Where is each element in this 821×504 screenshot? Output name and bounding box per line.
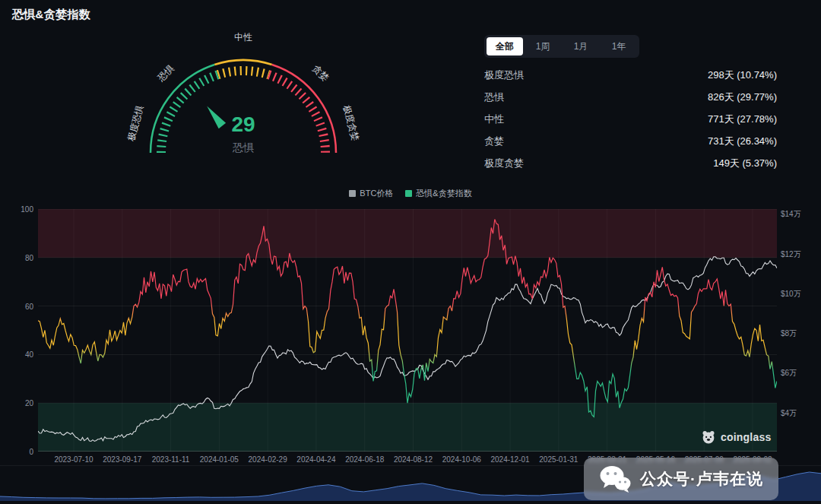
x-axis-label: 2025-01-31	[532, 455, 585, 464]
x-axis-label: 2024-04-24	[290, 455, 343, 464]
gauge-needle-icon	[207, 106, 226, 128]
gauge-value: 29	[231, 113, 255, 136]
tab-1w[interactable]: 1周	[525, 37, 561, 55]
stat-value: 298天 (10.74%)	[708, 68, 777, 82]
tab-all[interactable]: 全部	[487, 37, 523, 55]
y-axis-left: 100806040200	[0, 209, 33, 452]
watermark-text: 公众号·卢韦在说	[640, 468, 763, 490]
stat-value: 149天 (5.37%)	[713, 157, 777, 170]
stat-label: 中性	[484, 113, 504, 126]
main-chart[interactable]	[38, 209, 777, 452]
stat-row-fear: 恐惧 826天 (29.77%)	[484, 86, 777, 108]
gauge-label-fear: 恐惧	[155, 63, 176, 84]
chart-band	[38, 403, 777, 452]
chart-band	[38, 209, 777, 258]
y-axis-left-label: 60	[0, 303, 33, 311]
tab-1m[interactable]: 1月	[563, 37, 599, 55]
y-axis-right-label: $14万	[781, 209, 801, 220]
x-axis-label: 2024-12-01	[483, 455, 537, 464]
stat-row-extreme-fear: 极度恐惧 298天 (10.74%)	[484, 64, 777, 86]
legend-item-btc[interactable]: BTC价格	[349, 188, 393, 199]
gauge-value-label: 恐惧	[232, 141, 254, 154]
legend-swatch-fear-greed	[405, 190, 412, 197]
stat-row-neutral: 中性 771天 (27.78%)	[484, 108, 777, 130]
gauge-ticks-neutral	[218, 71, 269, 74]
gauge-arc-neutral	[214, 60, 271, 65]
x-axis-label: 2024-10-06	[435, 455, 488, 464]
gauge-ticks-greed	[268, 74, 325, 153]
fear-greed-gauge: 中性 恐惧 贪婪 极度恐惧 极度贪婪 29 恐惧	[114, 27, 372, 168]
y-axis-left-label: 0	[0, 448, 33, 456]
gauge-svg: 中性 恐惧 贪婪 极度恐惧 极度贪婪 29 恐惧	[114, 27, 372, 168]
page-title: 恐惧&贪婪指数	[12, 8, 90, 22]
legend-item-fear-greed[interactable]: 恐惧&贪婪指数	[405, 188, 471, 199]
x-axis-label: 2023-07-10	[47, 455, 100, 464]
x-axis-label: 2024-08-12	[387, 455, 440, 464]
gauge-label-extreme-greed: 极度贪婪	[341, 104, 361, 142]
stat-row-extreme-greed: 极度贪婪 149天 (5.37%)	[484, 152, 777, 174]
distribution-stats: 极度恐惧 298天 (10.74%) 恐惧 826天 (29.77%) 中性 7…	[484, 64, 777, 174]
stat-label: 贪婪	[484, 135, 504, 148]
stat-value: 826天 (29.77%)	[708, 90, 777, 104]
gauge-ticks-fear	[161, 74, 218, 153]
y-axis-left-label: 20	[0, 399, 33, 407]
stat-row-greed: 贪婪 731天 (26.34%)	[484, 130, 777, 152]
y-axis-right-label: $12万	[781, 249, 801, 260]
y-axis-right-label: $8万	[781, 328, 797, 339]
stat-label: 恐惧	[484, 90, 504, 104]
wechat-watermark: 公众号·卢韦在说	[584, 458, 778, 500]
y-axis-right-label: $4万	[781, 408, 797, 419]
coinglass-logo-text: coinglass	[721, 431, 771, 443]
y-axis-left-label: 100	[0, 205, 33, 214]
range-tabs: 全部 1周 1月 1年	[484, 35, 639, 58]
tab-1y[interactable]: 1年	[601, 37, 637, 55]
y-axis-left-label: 80	[0, 254, 33, 262]
legend-label: 恐惧&贪婪指数	[416, 188, 471, 199]
legend-swatch-btc	[349, 190, 356, 197]
x-axis-label: 2024-02-29	[241, 455, 294, 464]
gauge-label-greed: 贪婪	[310, 63, 331, 84]
y-axis-right-label: $10万	[781, 289, 801, 300]
chart-svg	[38, 209, 777, 452]
stat-label: 极度贪婪	[484, 157, 524, 170]
coinglass-panda-icon	[701, 430, 716, 445]
x-axis-label: 2024-06-18	[338, 455, 391, 464]
chart-legend: BTC价格 恐惧&贪婪指数	[0, 188, 821, 199]
y-axis-right-label: $6万	[781, 368, 797, 379]
wechat-icon	[599, 464, 631, 493]
x-axis-label: 2024-01-05	[192, 455, 246, 464]
x-axis-label: 2023-11-11	[144, 455, 198, 464]
legend-label: BTC价格	[360, 188, 393, 199]
y-axis-left-label: 40	[0, 350, 33, 359]
gauge-label-neutral: 中性	[234, 32, 252, 43]
gauge-label-extreme-fear: 极度恐惧	[125, 104, 145, 142]
stat-label: 极度恐惧	[484, 68, 524, 82]
chart-bands	[38, 209, 777, 452]
x-axis-label: 2023-09-17	[96, 455, 149, 464]
fear-greed-dashboard: 恐惧&贪婪指数 中性 恐惧 贪婪 极度恐惧 极度贪婪 29 恐惧 全部 1周	[0, 0, 821, 504]
stat-value: 731天 (26.34%)	[708, 135, 777, 148]
stat-value: 771天 (27.78%)	[708, 113, 777, 126]
y-axis-right: $14万$12万$10万$8万$6万$4万	[781, 209, 821, 452]
coinglass-logo: coinglass	[701, 430, 771, 445]
